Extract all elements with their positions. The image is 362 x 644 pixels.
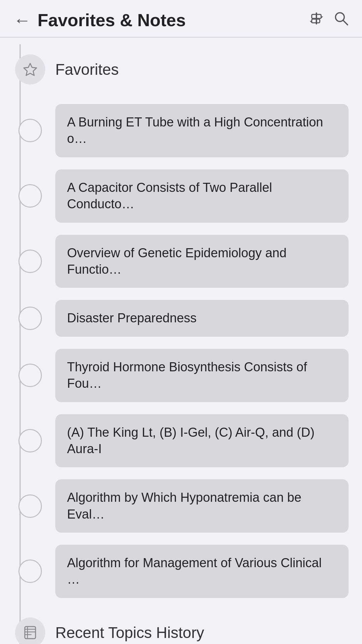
item-circle-1 <box>18 119 42 142</box>
item-circle-7 <box>18 494 42 518</box>
item-circle-8 <box>18 559 42 583</box>
search-icon[interactable] <box>334 11 349 29</box>
sign-icon[interactable] <box>309 11 324 29</box>
page-title: Favorites & Notes <box>38 10 186 30</box>
recent-section-header[interactable]: Recent Topics History <box>20 607 362 644</box>
header: ← Favorites & Notes <box>0 0 362 37</box>
favorites-label: Favorites <box>55 60 119 78</box>
item-label-2[interactable]: A Capacitor Consists of Two Parallel Con… <box>55 169 349 223</box>
main-content: Favorites A Burning ET Tube with a High … <box>0 38 362 644</box>
favorites-list: A Burning ET Tube with a High Concentrat… <box>20 95 362 607</box>
list-item[interactable]: (A) The King Lt, (B) I-Gel, (C) Air-Q, a… <box>20 408 362 474</box>
svg-marker-7 <box>24 63 37 75</box>
svg-rect-8 <box>25 627 36 639</box>
recent-label: Recent Topics History <box>55 624 204 642</box>
timeline: Favorites A Burning ET Tube with a High … <box>0 44 362 644</box>
item-circle-4 <box>18 307 42 330</box>
item-circle-5 <box>18 364 42 387</box>
svg-line-6 <box>343 20 348 25</box>
list-item[interactable]: Overview of Genetic Epidemiology and Fun… <box>20 229 362 294</box>
item-label-4[interactable]: Disaster Preparedness <box>55 300 349 336</box>
list-item[interactable]: Disaster Preparedness <box>20 294 362 342</box>
back-button[interactable]: ← <box>13 11 31 29</box>
item-label-5[interactable]: Thyroid Hormone Biosynthesis Consists of… <box>55 349 349 402</box>
list-item[interactable]: A Burning ET Tube with a High Concentrat… <box>20 98 362 163</box>
item-label-8[interactable]: Algorithm for Management of Various Clin… <box>55 545 349 598</box>
list-item[interactable]: Algorithm by Which Hyponatremia can be E… <box>20 473 362 539</box>
list-item[interactable]: Algorithm for Management of Various Clin… <box>20 539 362 604</box>
item-label-3[interactable]: Overview of Genetic Epidemiology and Fun… <box>55 235 349 288</box>
item-label-6[interactable]: (A) The King Lt, (B) I-Gel, (C) Air-Q, a… <box>55 414 349 468</box>
item-label-1[interactable]: A Burning ET Tube with a High Concentrat… <box>55 104 349 157</box>
favorites-icon-circle <box>15 54 45 85</box>
favorites-section-header: Favorites <box>20 44 362 95</box>
header-left: ← Favorites & Notes <box>13 10 186 30</box>
item-label-7[interactable]: Algorithm by Which Hyponatremia can be E… <box>55 479 349 533</box>
item-circle-6 <box>18 429 42 452</box>
list-item[interactable]: A Capacitor Consists of Two Parallel Con… <box>20 163 362 229</box>
svg-marker-4 <box>310 21 312 23</box>
item-circle-3 <box>18 250 42 273</box>
recent-icon-circle <box>15 618 45 644</box>
item-circle-2 <box>18 184 42 208</box>
header-icons <box>309 11 349 29</box>
list-item[interactable]: Thyroid Hormone Biosynthesis Consists of… <box>20 343 362 408</box>
